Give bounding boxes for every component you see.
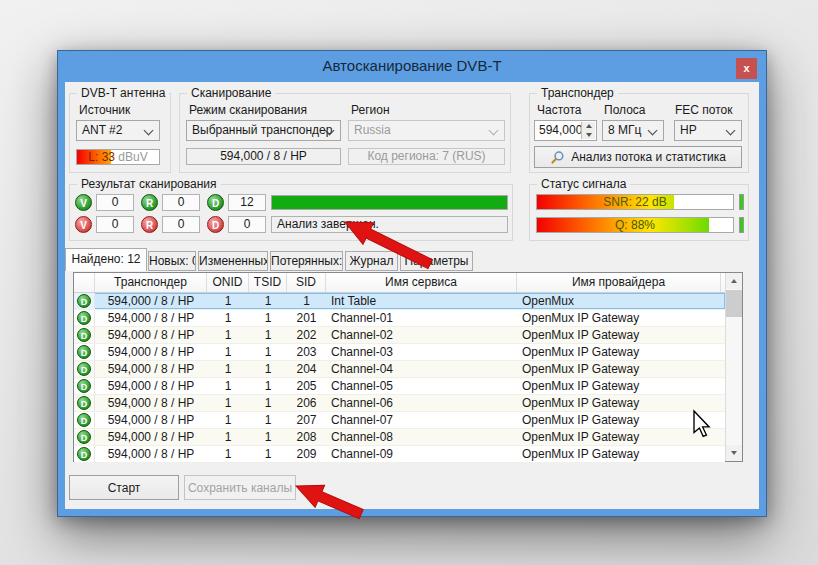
- r-lost-icon: R: [141, 216, 158, 233]
- scan-mode-value: Выбранный транспондер: [192, 123, 332, 137]
- cell-onid: 1: [207, 446, 249, 462]
- up-arrow-icon: [731, 279, 737, 283]
- analyze-stream-button[interactable]: Анализ потока и статистика: [534, 146, 742, 168]
- column-header-onid[interactable]: ONID: [207, 273, 249, 292]
- r-lost-count: 0: [162, 216, 200, 233]
- cell-onid: 1: [207, 361, 249, 377]
- cell-service: Channel-07: [326, 412, 517, 428]
- d-lost-icon: D: [207, 216, 224, 233]
- scan-mode-combobox[interactable]: Выбранный транспондер: [186, 120, 341, 141]
- frequency-label: Частота: [537, 103, 581, 117]
- group-signal-status: Статус сигнала SNR: 22 dB Q: 88%: [529, 184, 749, 241]
- frequency-input[interactable]: 594,000: [534, 120, 597, 141]
- table-row[interactable]: D594,000 / 8 / HP11206Channel-06OpenMux …: [74, 395, 725, 412]
- fec-combobox[interactable]: HP: [674, 120, 742, 141]
- snr-bar: SNR: 22 dB: [536, 194, 734, 210]
- cell-provider: OpenMux IP Gateway: [517, 378, 721, 394]
- table-row[interactable]: D594,000 / 8 / HP11204Channel-04OpenMux …: [74, 361, 725, 378]
- tab-found[interactable]: Найдено: 12: [65, 248, 147, 271]
- tab-lost[interactable]: Потерянных: 0: [270, 251, 343, 271]
- cell-service: Channel-06: [326, 395, 517, 411]
- column-header-transponder[interactable]: Транспондер: [95, 273, 207, 292]
- region-combobox[interactable]: Russia: [348, 120, 505, 141]
- table-row[interactable]: D594,000 / 8 / HP11205Channel-05OpenMux …: [74, 378, 725, 395]
- service-d-icon: D: [77, 345, 91, 359]
- scroll-thumb[interactable]: [726, 290, 742, 317]
- group-dvbt-antenna: DVB-T антенна Источник ANT #2 L: 33 dBuV: [69, 93, 171, 173]
- scroll-up-button[interactable]: [726, 273, 742, 289]
- v-lost-icon: V: [75, 216, 92, 233]
- table-row[interactable]: D594,000 / 8 / HP11201Channel-01OpenMux …: [74, 310, 725, 327]
- cell-service: Channel-04: [326, 361, 517, 377]
- cell-transponder: 594,000 / 8 / HP: [95, 395, 207, 411]
- table-row[interactable]: D594,000 / 8 / HP11203Channel-03OpenMux …: [74, 344, 725, 361]
- band-combobox[interactable]: 8 МГц: [602, 120, 664, 141]
- cell-provider: OpenMux IP Gateway: [517, 344, 721, 360]
- scan-mode-label: Режим сканирования: [189, 103, 307, 117]
- v-found-icon: V: [75, 194, 92, 211]
- titlebar[interactable]: Автосканирование DVB-T x: [58, 51, 766, 82]
- chevron-down-icon: [144, 126, 154, 136]
- fec-label: FEC поток: [675, 103, 733, 117]
- row-icon-cell: D: [74, 310, 95, 326]
- table-row[interactable]: D594,000 / 8 / HP11202Channel-02OpenMux …: [74, 327, 725, 344]
- start-button[interactable]: Старт: [69, 475, 179, 500]
- channels-table: ТранспондерONIDTSIDSIDИмя сервисаИмя про…: [73, 272, 743, 462]
- tab-parameters[interactable]: Параметры: [400, 251, 473, 271]
- column-header-sid[interactable]: SID: [287, 273, 326, 292]
- stepper-down-button[interactable]: [581, 131, 595, 140]
- cell-transponder: 594,000 / 8 / HP: [95, 344, 207, 360]
- vertical-scrollbar[interactable]: [725, 273, 742, 461]
- scan-progress-fill: [272, 196, 507, 209]
- cell-onid: 1: [207, 429, 249, 445]
- scroll-down-button[interactable]: [726, 445, 742, 461]
- group-transponder-title: Транспондер: [537, 86, 618, 100]
- cell-transponder: 594,000 / 8 / HP: [95, 378, 207, 394]
- cell-tsid: 1: [249, 344, 287, 360]
- tab-new[interactable]: Новых: 0: [148, 251, 196, 271]
- cell-transponder: 594,000 / 8 / HP: [95, 293, 207, 309]
- column-header-icon[interactable]: [74, 273, 95, 292]
- table-row[interactable]: D594,000 / 8 / HP111Int TableOpenMux: [74, 293, 725, 310]
- band-value: 8 МГц: [608, 123, 641, 137]
- source-combobox[interactable]: ANT #2: [76, 120, 160, 141]
- group-signal-status-title: Статус сигнала: [537, 177, 630, 191]
- frequency-value: 594,000: [539, 123, 582, 137]
- cell-transponder: 594,000 / 8 / HP: [95, 327, 207, 343]
- table-row[interactable]: D594,000 / 8 / HP11207Channel-07OpenMux …: [74, 412, 725, 429]
- column-header-provider[interactable]: Имя провайдера: [517, 273, 721, 292]
- stepper-up-button[interactable]: [581, 122, 595, 131]
- snr-peak-indicator: [739, 194, 744, 210]
- chevron-down-icon: [648, 126, 658, 136]
- fec-value: HP: [680, 123, 697, 137]
- cell-onid: 1: [207, 293, 249, 309]
- d-found-icon: D: [207, 194, 224, 211]
- source-label: Источник: [79, 103, 130, 117]
- signal-level-bar: L: 33 dBuV: [76, 149, 160, 165]
- service-d-icon: D: [77, 413, 91, 427]
- r-found-icon: R: [141, 194, 158, 211]
- source-value: ANT #2: [82, 123, 122, 137]
- cell-service: Channel-01: [326, 310, 517, 326]
- cell-tsid: 1: [249, 378, 287, 394]
- table-row[interactable]: D594,000 / 8 / HP11209Channel-09OpenMux …: [74, 446, 725, 463]
- cell-provider: OpenMux: [517, 293, 721, 309]
- scan-progress-bar: [271, 195, 508, 210]
- service-d-icon: D: [77, 396, 91, 410]
- cell-transponder: 594,000 / 8 / HP: [95, 361, 207, 377]
- row-icon-cell: D: [74, 361, 95, 377]
- transponder-readout: 594,000 / 8 / HP: [186, 148, 341, 165]
- group-transponder: Транспондер Частота Полоса FEC поток 594…: [529, 93, 749, 173]
- region-label: Регион: [351, 103, 390, 117]
- tab-changed[interactable]: Измененных: 0: [198, 251, 268, 271]
- close-button[interactable]: x: [736, 58, 757, 79]
- column-header-tsid[interactable]: TSID: [249, 273, 287, 292]
- dialog-client-area: DVB-T антенна Источник ANT #2 L: 33 dBuV…: [65, 82, 759, 509]
- table-row[interactable]: D594,000 / 8 / HP11208Channel-08OpenMux …: [74, 429, 725, 446]
- down-arrow-icon: [731, 451, 737, 455]
- tab-journal[interactable]: Журнал: [345, 251, 398, 271]
- row-icon-cell: D: [74, 293, 95, 309]
- column-header-service[interactable]: Имя сервиса: [326, 273, 517, 292]
- cell-sid: 208: [287, 429, 326, 445]
- save-channels-button[interactable]: Сохранить каналы: [184, 475, 296, 500]
